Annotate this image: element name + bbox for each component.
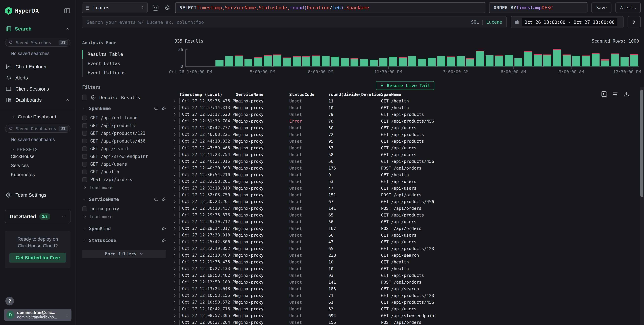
table-row[interactable]: Oct 27 12:43:59.465 PMnginx-proxyUnset57… [170, 145, 644, 151]
table-row[interactable]: Oct 27 12:36:54.210 PMnginx-proxyUnset9G… [170, 171, 644, 178]
table-row[interactable]: Oct 27 12:32:58.201 PMnginx-proxyUnset53… [170, 178, 644, 185]
row-expand-icon[interactable] [173, 274, 176, 277]
table-row[interactable]: Oct 27 12:08:57.305 PMnginx-proxyUnset69… [170, 312, 644, 319]
row-expand-icon[interactable] [173, 287, 176, 291]
row-expand-icon[interactable] [173, 220, 176, 224]
more-filters-button[interactable]: More filters [82, 250, 166, 258]
row-expand-icon[interactable] [173, 227, 176, 230]
checkbox[interactable] [82, 170, 87, 174]
sidebar-item-dashboards[interactable]: Dashboards [0, 94, 76, 105]
row-expand-icon[interactable] [173, 133, 176, 136]
preset-services[interactable]: Services [11, 161, 76, 170]
presets-toggle[interactable]: PRESETS [11, 147, 76, 152]
table-row[interactable]: Oct 27 12:44:10.832 PMnginx-proxyUnset95… [170, 138, 644, 145]
sidebar-item-alerts[interactable]: Alerts [0, 72, 76, 83]
gear-icon[interactable] [164, 4, 171, 11]
row-expand-icon[interactable] [173, 253, 176, 257]
checkbox[interactable] [82, 139, 87, 143]
resume-live-tail-button[interactable]: Resume Live Tail [376, 81, 434, 90]
vertical-scrollbar[interactable] [640, 87, 644, 325]
table-row[interactable]: Oct 27 12:51:36.784 PMnginx-proxyError78… [170, 118, 644, 124]
sidebar-item-chart-explorer[interactable]: Chart Explorer [0, 61, 76, 72]
analysis-mode-results-table[interactable]: Results Table [83, 50, 166, 59]
row-expand-icon[interactable] [173, 166, 176, 170]
filter-option[interactable]: GET /api/slow-endpoint [82, 153, 166, 160]
table-row[interactable]: Oct 27 12:13:59.180 PMnginx-proxyUnset14… [170, 279, 644, 286]
table-row[interactable]: Oct 27 12:21:36.435 PMnginx-proxyUnset10… [170, 259, 644, 265]
row-expand-icon[interactable] [173, 173, 176, 177]
alerts-button[interactable]: Alerts [616, 2, 641, 13]
search-icon[interactable] [154, 106, 159, 111]
row-expand-icon[interactable] [173, 159, 176, 163]
checkbox[interactable] [82, 131, 87, 136]
load-more-button[interactable]: Load more [82, 183, 166, 190]
search-input[interactable]: Search your events w/ Lucene ex. column:… [82, 16, 507, 28]
chevron-up-icon[interactable] [66, 27, 70, 31]
filter-group-header-spankind[interactable]: SpanKind [82, 226, 166, 231]
row-expand-icon[interactable] [173, 240, 176, 244]
table-row[interactable]: Oct 27 12:29:36.876 PMnginx-proxyUnset65… [170, 212, 644, 218]
saved-dashboards-input[interactable]: Saved Dashboards ⌘K [5, 125, 70, 133]
search-icon[interactable] [154, 197, 159, 202]
checkbox[interactable] [82, 146, 87, 151]
run-query-button[interactable] [628, 16, 641, 28]
filter-group-header-statuscode[interactable]: StatusCode [82, 238, 166, 243]
row-expand-icon[interactable] [173, 99, 176, 103]
table-row[interactable]: Oct 27 12:29:14.817 PMnginx-proxyUnset16… [170, 225, 644, 232]
table-row[interactable]: Oct 27 12:20:27.133 PMnginx-proxyUnset10… [170, 265, 644, 272]
column-header-spanname[interactable]: SpanName [381, 92, 644, 97]
denoise-results-toggle[interactable]: Denoise Results [82, 95, 166, 100]
table-row[interactable]: Oct 27 12:29:30.712 PMnginx-proxyUnset56… [170, 218, 644, 225]
table-row[interactable]: Oct 27 12:50:42.777 PMnginx-proxyUnset50… [170, 124, 644, 131]
sql-select-editor[interactable]: SELECT Timestamp,ServiceName,StatusCode,… [175, 2, 485, 13]
filter-option[interactable]: GET /api/products/123 [82, 129, 166, 137]
column-header-statuscode[interactable]: StatusCode [289, 92, 328, 97]
row-expand-icon[interactable] [173, 139, 176, 143]
row-expand-icon[interactable] [173, 193, 176, 197]
chevron-down-icon[interactable] [82, 197, 86, 202]
results-histogram[interactable]: 36 0 [174, 49, 639, 67]
scrollbar-thumb[interactable] [640, 89, 643, 197]
checkbox[interactable] [82, 162, 87, 167]
table-row[interactable]: Oct 27 12:27:33.918 PMnginx-proxyUnset56… [170, 232, 644, 239]
source-selector[interactable]: Traces [82, 2, 148, 13]
table-row[interactable]: Oct 27 12:40:27.016 PMnginx-proxyUnset56… [170, 158, 644, 165]
row-expand-icon[interactable] [173, 260, 176, 264]
row-expand-icon[interactable] [173, 294, 176, 297]
table-row[interactable]: Oct 27 12:30:23.261 PMnginx-proxyUnset67… [170, 198, 644, 205]
row-expand-icon[interactable] [173, 126, 176, 130]
analysis-mode-event-patterns[interactable]: Event Patterns [83, 68, 166, 77]
table-row[interactable]: Oct 27 12:10:42.713 PMnginx-proxyUnset53… [170, 306, 644, 312]
filter-option[interactable]: GET /api/not-found [82, 114, 166, 122]
row-expand-icon[interactable] [173, 200, 176, 203]
save-button[interactable]: Save [592, 2, 612, 13]
filter-option[interactable]: GET /health [82, 168, 166, 176]
row-expand-icon[interactable] [173, 233, 176, 237]
hyperdx-logo-icon[interactable] [5, 7, 12, 15]
table-row[interactable]: Oct 27 12:10:50.572 PMnginx-proxyUnset61… [170, 299, 644, 306]
filter-group-header-spanname[interactable]: SpanName [82, 106, 166, 111]
help-button[interactable]: ? [5, 297, 14, 305]
date-range-picker[interactable]: Oct 26 13:00:00 - Oct 27 13:00:00 [511, 16, 624, 28]
row-expand-icon[interactable] [173, 267, 176, 271]
chevron-right-icon[interactable] [82, 238, 86, 243]
filter-option[interactable]: nginx-proxy [82, 205, 166, 213]
preset-kubernetes[interactable]: Kubernetes [11, 170, 76, 179]
table-row[interactable]: Oct 27 12:41:23.754 PMnginx-proxyUnset58… [170, 151, 644, 158]
row-expand-icon[interactable] [173, 213, 176, 217]
row-expand-icon[interactable] [173, 206, 176, 210]
filter-option[interactable]: POST /api/orders [82, 176, 166, 183]
checkbox[interactable] [82, 177, 87, 182]
sidebar-item-team-settings[interactable]: Team Settings [0, 190, 76, 201]
sidebar-item-search[interactable]: Search [0, 26, 76, 32]
table-row[interactable]: Oct 27 12:32:18.313 PMnginx-proxyUnset47… [170, 185, 644, 192]
pin-icon[interactable] [161, 197, 166, 202]
checkbox[interactable] [82, 154, 87, 159]
column-header-timestamp[interactable]: Timestamp (Local) [179, 92, 236, 97]
row-expand-icon[interactable] [173, 280, 176, 284]
checkbox[interactable] [82, 123, 87, 128]
load-more-button[interactable]: Load more [82, 213, 166, 219]
get-started-card[interactable]: Get Started 3/3 [5, 210, 70, 223]
row-expand-icon[interactable] [173, 153, 176, 156]
lucene-mode-button[interactable]: Lucene [486, 20, 502, 25]
